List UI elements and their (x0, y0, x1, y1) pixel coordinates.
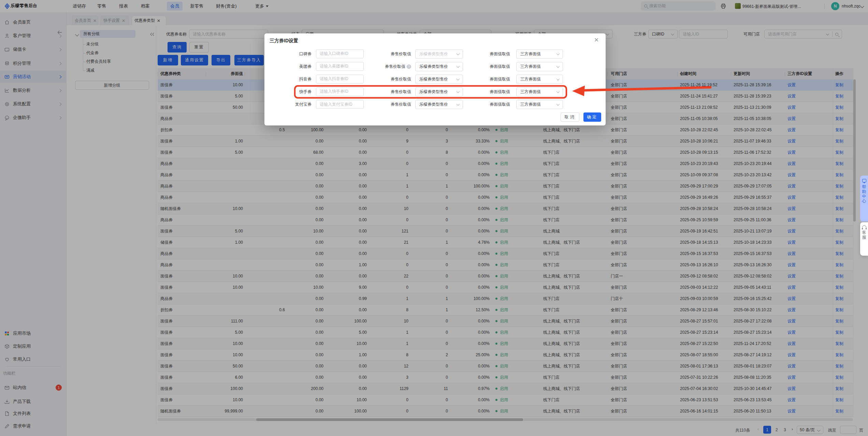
price-source-select[interactable]: 乐檬券类型售价 (415, 62, 463, 71)
price-source-label: 券售价取值 (367, 100, 411, 109)
coupon-platform-label: 抖音券 (271, 75, 312, 84)
chevron-down-icon (457, 102, 460, 106)
face-value-label: 券面值取值 (466, 87, 510, 96)
info-icon: ? (407, 64, 411, 69)
price-source-label: 券售价取值 (367, 87, 411, 96)
face-value-label: 券面值取值 (466, 49, 510, 59)
face-value-label: 券面值取值 (466, 75, 510, 84)
platform-id-input[interactable]: 请输入快手券ID (316, 87, 364, 96)
face-value-select[interactable]: 三方券面值 (516, 49, 563, 59)
platform-id-input[interactable]: 请输入美团券ID (316, 62, 364, 71)
third-party-id-modal: 三方券ID设置 ✕ 口碑券请输入口碑券ID券售价取值乐檬券类型售价券面值取值三方… (264, 33, 606, 125)
chevron-down-icon (457, 90, 460, 93)
modal-close-icon[interactable]: ✕ (594, 36, 599, 44)
price-source-select[interactable]: 乐檬券类型售价 (415, 75, 463, 84)
headset-icon (862, 225, 866, 228)
price-source-select[interactable]: 乐檬券类型售价 (415, 100, 463, 109)
chevron-down-icon (457, 64, 460, 68)
platform-id-input[interactable]: 请输入抖音券ID (316, 75, 364, 84)
coupon-platform-label: 美团券 (271, 62, 312, 71)
face-value-select[interactable]: 三方券面值 (516, 75, 563, 84)
customer-service-label: 客服 (862, 230, 866, 240)
chevron-down-icon (556, 52, 560, 55)
modal-title: 三方券ID设置 (270, 38, 298, 44)
price-source-select[interactable]: 乐檬券类型售价 (415, 87, 463, 96)
price-source-label: 券售价取值? (367, 62, 411, 71)
platform-id-input[interactable]: 请输入支付宝券ID (316, 100, 364, 109)
platform-id-input[interactable]: 请输入口碑券ID (316, 49, 364, 58)
modal-ok-button[interactable]: 确定 (583, 112, 601, 122)
coupon-platform-label: 口碑券 (271, 49, 312, 59)
chevron-down-icon (457, 52, 460, 55)
help-center-label: 帮助中心 (862, 184, 866, 204)
price-source-label: 券售价取值 (367, 49, 411, 59)
face-value-label: 券面值取值 (466, 100, 510, 109)
chevron-down-icon (556, 102, 560, 106)
chevron-down-icon (457, 77, 460, 80)
customer-service-widget[interactable]: 客服 (860, 222, 868, 256)
help-bubble-icon (862, 179, 866, 182)
face-value-select[interactable]: 三方券面值 (516, 62, 563, 71)
coupon-platform-label: 支付宝券 (271, 100, 312, 109)
help-center-widget[interactable]: 帮助中心 (860, 176, 868, 222)
coupon-platform-label: 快手券 (271, 87, 312, 96)
face-value-select[interactable]: 三方券面值 (516, 87, 563, 96)
face-value-label: 券面值取值 (466, 62, 510, 71)
price-source-select[interactable]: 乐檬券类型售价 (415, 49, 463, 59)
modal-cancel-button[interactable]: 取消 (561, 112, 579, 122)
face-value-select[interactable]: 三方券面值 (516, 100, 563, 109)
chevron-down-icon (556, 77, 560, 80)
chevron-down-icon (556, 64, 560, 68)
price-source-label: 券售价取值 (367, 75, 411, 84)
chevron-down-icon (556, 90, 560, 93)
